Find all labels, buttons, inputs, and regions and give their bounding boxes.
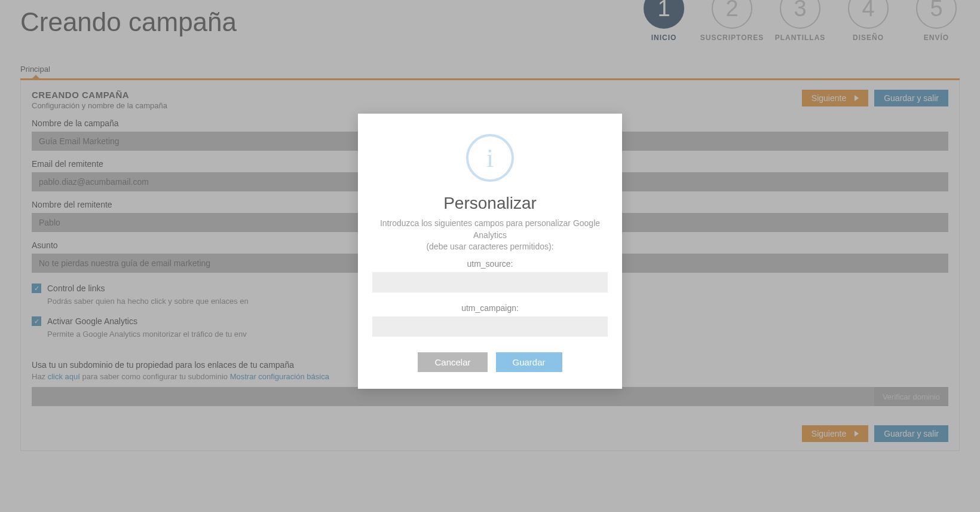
save-button[interactable]: Guardar — [496, 352, 562, 372]
info-icon: i — [466, 134, 514, 182]
utm-source-label: utm_source: — [372, 259, 608, 269]
modal-desc-line2: (debe usar caracteres permitidos): — [426, 242, 553, 251]
cancel-button[interactable]: Cancelar — [418, 352, 487, 372]
utm-source-input[interactable] — [372, 272, 608, 292]
personalize-modal: i Personalizar Introduzca los siguientes… — [358, 114, 622, 389]
modal-description: Introduzca los siguientes campos para pe… — [372, 218, 608, 253]
utm-campaign-input[interactable] — [372, 316, 608, 337]
modal-title: Personalizar — [372, 194, 608, 213]
modal-desc-line1: Introduzca los siguientes campos para pe… — [380, 218, 600, 240]
modal-overlay: i Personalizar Introduzca los siguientes… — [0, 0, 980, 512]
utm-campaign-label: utm_campaign: — [372, 303, 608, 313]
